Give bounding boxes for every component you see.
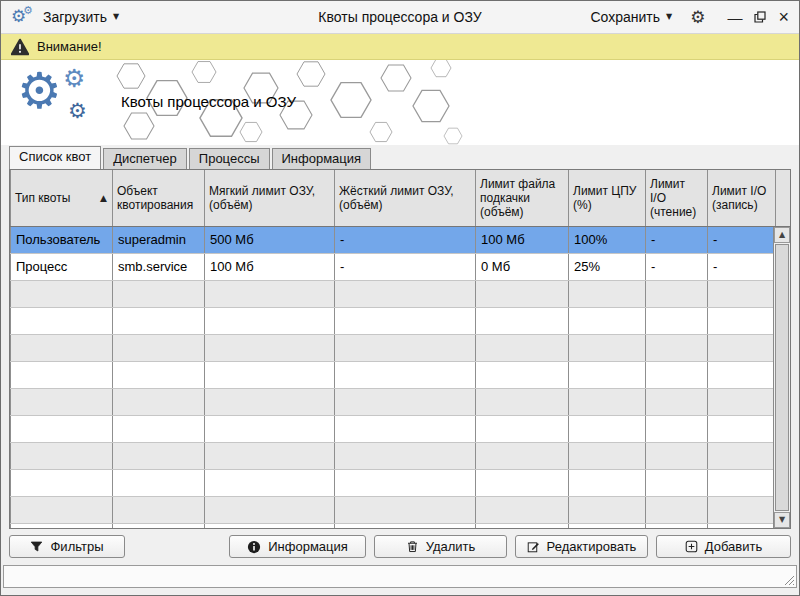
information-button[interactable]: Информация (229, 535, 366, 558)
title-bar: Квоты процессора и ОЗУ ⚙ ⚙ Загрузить ▼ С… (1, 1, 799, 34)
filters-button[interactable]: Фильтры (9, 535, 125, 558)
save-button[interactable]: Сохранить ▼ (591, 9, 673, 25)
settings-gear-icon[interactable]: ⚙ (690, 9, 705, 26)
col-header-io-read-limit[interactable]: Лимит I/O (чтение) (646, 170, 708, 226)
col-header-io-write-limit[interactable]: Лимит I/O (запись) (708, 170, 776, 226)
col-header-soft-ram-limit[interactable]: Мягкий лимит ОЗУ, (объём) (205, 170, 335, 226)
warning-icon (11, 38, 29, 56)
scroll-up-button[interactable]: ▲ (774, 227, 790, 243)
col-header-swap-limit[interactable]: Лимит файла подкачки (объём) (476, 170, 569, 226)
table-row-empty (11, 388, 792, 415)
tab-bar: Список квот Диспетчер Процессы Информаци… (1, 145, 799, 169)
restore-icon (754, 11, 766, 23)
filter-icon (30, 540, 43, 553)
table-row-empty (11, 334, 792, 361)
load-button[interactable]: Загрузить ▼ (43, 9, 119, 25)
warning-text: Внимание! (37, 39, 102, 54)
tab-quota-list[interactable]: Список квот (9, 146, 101, 169)
app-logo-gears-icon: ⚙ ⚙ (11, 6, 35, 28)
table-row-empty (11, 361, 792, 388)
col-header-cpu-limit[interactable]: Лимит ЦПУ (%) (569, 170, 646, 226)
save-button-label: Сохранить (591, 9, 661, 25)
table-row[interactable]: Процесс smb.service 100 Мб - 0 Мб 25% - … (11, 253, 792, 280)
add-button[interactable]: Добавить (656, 535, 791, 558)
gears-logo-icon: ⚙ ⚙ ⚙ (17, 68, 109, 138)
table-row-empty (11, 415, 792, 442)
table-header-row: Тип квоты ▲ Объект квотирования Мягкий л… (11, 170, 792, 226)
plus-icon (685, 540, 698, 553)
hero-banner: ⚙ ⚙ ⚙ Квоты процессора и ОЗУ (1, 60, 799, 145)
vertical-scrollbar[interactable]: ▲ ▼ (773, 227, 790, 528)
tab-information[interactable]: Информация (272, 148, 372, 169)
table-row-empty (11, 469, 792, 496)
table-row-empty (11, 496, 792, 523)
chevron-down-icon: ▼ (113, 13, 119, 21)
load-button-label: Загрузить (43, 9, 107, 25)
quota-table: Тип квоты ▲ Объект квотирования Мягкий л… (9, 169, 791, 529)
col-header-hard-ram-limit[interactable]: Жёсткий лимит ОЗУ, (объём) (335, 170, 476, 226)
tab-processes[interactable]: Процессы (189, 148, 270, 169)
status-bar (3, 565, 797, 588)
resize-grip[interactable] (784, 575, 795, 586)
maximize-button[interactable] (754, 11, 766, 23)
table-row-empty (11, 307, 792, 334)
header-filler (776, 170, 792, 226)
scroll-down-button[interactable]: ▼ (774, 512, 790, 528)
warning-banner: Внимание! (1, 34, 799, 60)
close-button[interactable]: × (778, 8, 789, 26)
page-title: Квоты процессора и ОЗУ (121, 93, 296, 110)
col-header-quota-type[interactable]: Тип квоты ▲ (11, 170, 113, 226)
sort-asc-icon: ▲ (100, 193, 107, 202)
table-row-empty (11, 442, 792, 469)
table-row-selected[interactable]: Пользователь superadmin 500 Мб - 100 Мб … (11, 226, 792, 253)
edit-icon (527, 540, 540, 553)
minimize-button[interactable]: — (727, 10, 742, 25)
table-row-empty (11, 523, 792, 529)
chevron-down-icon: ▼ (666, 13, 672, 21)
info-icon (247, 540, 261, 554)
trash-icon (406, 540, 419, 553)
scrollbar-thumb[interactable] (775, 244, 789, 511)
tab-dispatcher[interactable]: Диспетчер (103, 148, 187, 169)
action-bar: Фильтры Информация Удалить Редактирова (9, 535, 791, 558)
edit-button[interactable]: Редактировать (515, 535, 648, 558)
app-window: Квоты процессора и ОЗУ ⚙ ⚙ Загрузить ▼ С… (0, 0, 800, 596)
col-header-quota-object[interactable]: Объект квотирования (113, 170, 205, 226)
table-row-empty (11, 280, 792, 307)
delete-button[interactable]: Удалить (374, 535, 507, 558)
